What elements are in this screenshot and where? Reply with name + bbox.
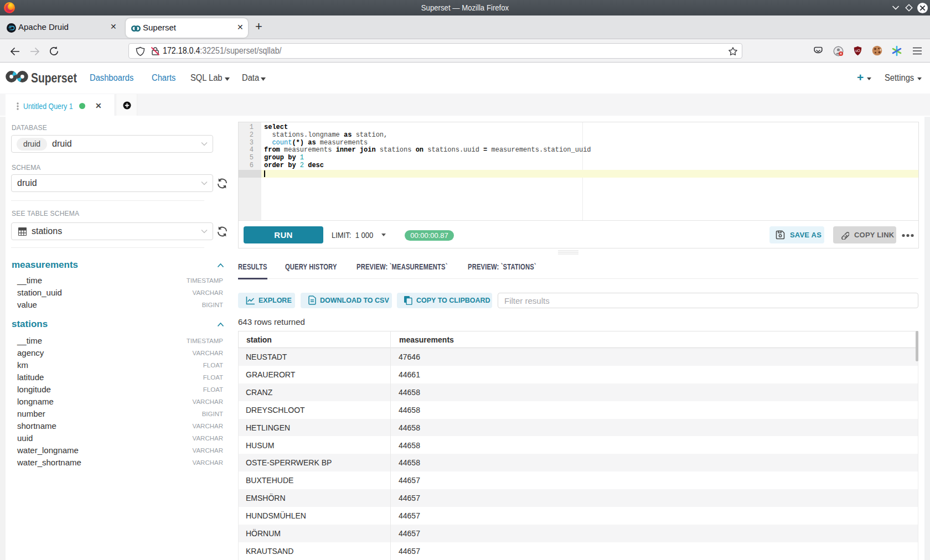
svg-text:uO: uO xyxy=(855,49,860,53)
